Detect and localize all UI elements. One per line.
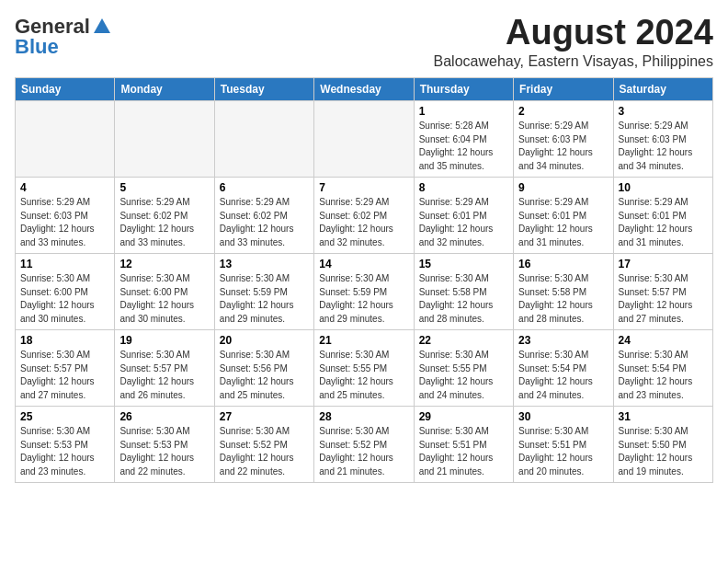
table-row: 27Sunrise: 5:30 AM Sunset: 5:52 PM Dayli…: [214, 407, 313, 483]
table-row: 7Sunrise: 5:29 AM Sunset: 6:02 PM Daylig…: [314, 178, 414, 254]
table-row: 3Sunrise: 5:29 AM Sunset: 6:03 PM Daylig…: [613, 101, 712, 178]
day-number: 8: [419, 181, 508, 194]
day-info: Sunrise: 5:30 AM Sunset: 5:58 PM Dayligh…: [419, 272, 508, 326]
table-row: [314, 101, 414, 178]
header: General Blue August 2024 Balocawehay, Ea…: [15, 15, 713, 70]
header-tuesday: Tuesday: [214, 78, 313, 101]
header-friday: Friday: [514, 78, 613, 101]
table-row: 12Sunrise: 5:30 AM Sunset: 6:00 PM Dayli…: [115, 254, 214, 330]
day-number: 10: [619, 181, 708, 194]
table-row: 24Sunrise: 5:30 AM Sunset: 5:54 PM Dayli…: [613, 330, 712, 407]
day-number: 24: [619, 334, 708, 347]
day-number: 12: [119, 258, 209, 270]
day-info: Sunrise: 5:30 AM Sunset: 5:52 PM Dayligh…: [319, 425, 408, 478]
table-row: 22Sunrise: 5:30 AM Sunset: 5:55 PM Dayli…: [414, 330, 513, 407]
logo: General Blue: [15, 15, 112, 59]
day-number: 4: [20, 181, 109, 194]
table-row: 1Sunrise: 5:28 AM Sunset: 6:04 PM Daylig…: [414, 101, 513, 178]
day-info: Sunrise: 5:30 AM Sunset: 5:53 PM Dayligh…: [119, 425, 209, 478]
logo-icon: [92, 17, 112, 37]
day-number: 11: [20, 258, 109, 270]
table-row: 2Sunrise: 5:29 AM Sunset: 6:03 PM Daylig…: [514, 101, 613, 178]
week-row-3: 11Sunrise: 5:30 AM Sunset: 6:00 PM Dayli…: [16, 254, 713, 330]
day-info: Sunrise: 5:30 AM Sunset: 5:55 PM Dayligh…: [419, 349, 508, 402]
day-info: Sunrise: 5:30 AM Sunset: 5:53 PM Dayligh…: [20, 425, 109, 478]
day-info: Sunrise: 5:30 AM Sunset: 5:54 PM Dayligh…: [518, 349, 608, 402]
table-row: 14Sunrise: 5:30 AM Sunset: 5:59 PM Dayli…: [314, 254, 414, 330]
day-info: Sunrise: 5:30 AM Sunset: 6:00 PM Dayligh…: [119, 272, 209, 326]
day-info: Sunrise: 5:29 AM Sunset: 6:02 PM Dayligh…: [220, 196, 309, 249]
table-row: [214, 101, 313, 178]
day-number: 26: [119, 410, 209, 423]
table-row: 10Sunrise: 5:29 AM Sunset: 6:01 PM Dayli…: [613, 178, 712, 254]
day-info: Sunrise: 5:29 AM Sunset: 6:03 PM Dayligh…: [518, 120, 608, 173]
day-info: Sunrise: 5:29 AM Sunset: 6:01 PM Dayligh…: [518, 196, 608, 249]
day-number: 15: [419, 258, 508, 270]
week-row-1: 1Sunrise: 5:28 AM Sunset: 6:04 PM Daylig…: [16, 101, 713, 178]
table-row: 5Sunrise: 5:29 AM Sunset: 6:02 PM Daylig…: [115, 178, 214, 254]
svg-marker-0: [94, 18, 110, 33]
table-row: 16Sunrise: 5:30 AM Sunset: 5:58 PM Dayli…: [514, 254, 613, 330]
day-number: 17: [619, 258, 708, 270]
day-info: Sunrise: 5:29 AM Sunset: 6:02 PM Dayligh…: [319, 196, 408, 249]
table-row: 25Sunrise: 5:30 AM Sunset: 5:53 PM Dayli…: [16, 407, 115, 483]
day-info: Sunrise: 5:30 AM Sunset: 5:50 PM Dayligh…: [619, 425, 708, 478]
header-sunday: Sunday: [16, 78, 115, 101]
table-row: 23Sunrise: 5:30 AM Sunset: 5:54 PM Dayli…: [514, 330, 613, 407]
day-number: 28: [319, 410, 408, 423]
day-number: 14: [319, 258, 408, 270]
day-info: Sunrise: 5:30 AM Sunset: 5:51 PM Dayligh…: [419, 425, 508, 478]
calendar-header-row: Sunday Monday Tuesday Wednesday Thursday…: [16, 78, 713, 101]
day-number: 30: [518, 410, 608, 423]
table-row: 8Sunrise: 5:29 AM Sunset: 6:01 PM Daylig…: [414, 178, 513, 254]
day-number: 6: [220, 181, 309, 194]
day-number: 29: [419, 410, 508, 423]
day-number: 3: [619, 105, 708, 118]
day-number: 2: [518, 105, 608, 118]
week-row-5: 25Sunrise: 5:30 AM Sunset: 5:53 PM Dayli…: [16, 407, 713, 483]
day-info: Sunrise: 5:29 AM Sunset: 6:03 PM Dayligh…: [20, 196, 109, 249]
week-row-2: 4Sunrise: 5:29 AM Sunset: 6:03 PM Daylig…: [16, 178, 713, 254]
day-info: Sunrise: 5:30 AM Sunset: 5:51 PM Dayligh…: [518, 425, 608, 478]
day-info: Sunrise: 5:30 AM Sunset: 5:57 PM Dayligh…: [119, 349, 209, 402]
table-row: 28Sunrise: 5:30 AM Sunset: 5:52 PM Dayli…: [314, 407, 414, 483]
logo-blue: Blue: [15, 35, 59, 59]
day-number: 22: [419, 334, 508, 347]
day-number: 13: [220, 258, 309, 270]
day-info: Sunrise: 5:30 AM Sunset: 5:59 PM Dayligh…: [220, 272, 309, 326]
day-number: 27: [220, 410, 309, 423]
day-info: Sunrise: 5:29 AM Sunset: 6:01 PM Dayligh…: [619, 196, 708, 249]
day-number: 18: [20, 334, 109, 347]
day-number: 21: [319, 334, 408, 347]
day-number: 7: [319, 181, 408, 194]
table-row: 4Sunrise: 5:29 AM Sunset: 6:03 PM Daylig…: [16, 178, 115, 254]
day-info: Sunrise: 5:30 AM Sunset: 5:55 PM Dayligh…: [319, 349, 408, 402]
day-info: Sunrise: 5:30 AM Sunset: 6:00 PM Dayligh…: [20, 272, 109, 326]
day-info: Sunrise: 5:29 AM Sunset: 6:03 PM Dayligh…: [619, 120, 708, 173]
header-wednesday: Wednesday: [314, 78, 414, 101]
day-info: Sunrise: 5:30 AM Sunset: 5:52 PM Dayligh…: [220, 425, 309, 478]
day-info: Sunrise: 5:29 AM Sunset: 6:02 PM Dayligh…: [119, 196, 209, 249]
header-thursday: Thursday: [414, 78, 513, 101]
header-saturday: Saturday: [613, 78, 712, 101]
day-info: Sunrise: 5:29 AM Sunset: 6:01 PM Dayligh…: [419, 196, 508, 249]
day-info: Sunrise: 5:30 AM Sunset: 5:59 PM Dayligh…: [319, 272, 408, 326]
table-row: [115, 101, 214, 178]
table-row: 13Sunrise: 5:30 AM Sunset: 5:59 PM Dayli…: [214, 254, 313, 330]
day-number: 1: [419, 105, 508, 118]
day-number: 19: [119, 334, 209, 347]
day-number: 5: [119, 181, 209, 194]
table-row: 17Sunrise: 5:30 AM Sunset: 5:57 PM Dayli…: [613, 254, 712, 330]
table-row: 18Sunrise: 5:30 AM Sunset: 5:57 PM Dayli…: [16, 330, 115, 407]
table-row: 6Sunrise: 5:29 AM Sunset: 6:02 PM Daylig…: [214, 178, 313, 254]
header-monday: Monday: [115, 78, 214, 101]
table-row: 11Sunrise: 5:30 AM Sunset: 6:00 PM Dayli…: [16, 254, 115, 330]
title-area: August 2024 Balocawehay, Eastern Visayas…: [434, 15, 713, 70]
table-row: [16, 101, 115, 178]
week-row-4: 18Sunrise: 5:30 AM Sunset: 5:57 PM Dayli…: [16, 330, 713, 407]
table-row: 9Sunrise: 5:29 AM Sunset: 6:01 PM Daylig…: [514, 178, 613, 254]
day-info: Sunrise: 5:30 AM Sunset: 5:57 PM Dayligh…: [20, 349, 109, 402]
day-info: Sunrise: 5:30 AM Sunset: 5:54 PM Dayligh…: [619, 349, 708, 402]
day-number: 20: [220, 334, 309, 347]
month-title: August 2024: [434, 15, 713, 50]
